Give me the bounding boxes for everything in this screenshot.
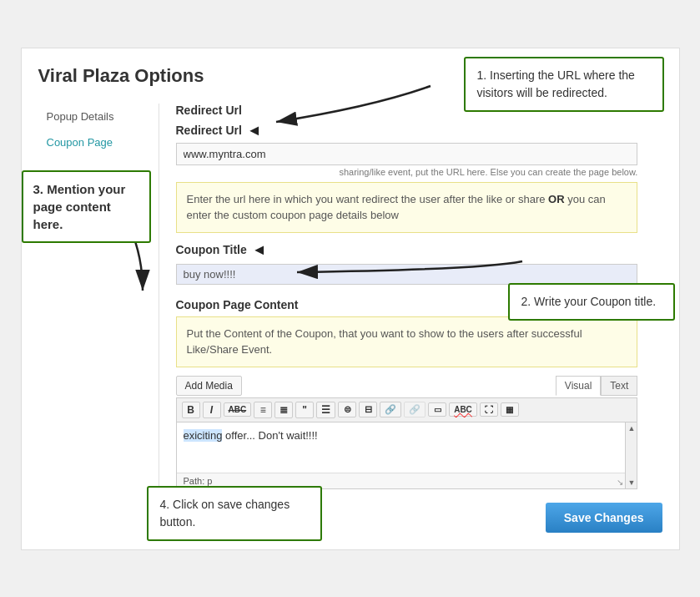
editor-rest-text: offer... Don't wait!!!! bbox=[222, 429, 317, 442]
arrow-icon-1: ◄ bbox=[247, 122, 262, 139]
toolbar-bold[interactable]: B bbox=[182, 402, 200, 418]
coupon-page-info-text: Put the Content of the Coupon, that you … bbox=[187, 327, 582, 357]
info-text-bold: OR bbox=[548, 193, 565, 205]
url-hint: sharing/like event, put the URL here. El… bbox=[176, 167, 638, 177]
sidebar-item-coupon-page[interactable]: Coupon Page bbox=[38, 129, 150, 155]
toolbar-link[interactable]: 🔗 bbox=[380, 402, 401, 417]
toolbar-align-center[interactable]: ⊜ bbox=[338, 402, 356, 417]
bottom-bar: 4. Click on save changes button. Save Ch… bbox=[38, 503, 662, 533]
coupon-title-row: Coupon Title ◄ bbox=[176, 241, 662, 259]
toolbar-unlink[interactable]: 🔗 bbox=[404, 402, 426, 417]
coupon-title-label: Coupon Title bbox=[176, 243, 247, 256]
redirect-info-box: Enter the url here in which you want red… bbox=[176, 182, 638, 233]
annotation-box-3: 3. Mention your page content here. bbox=[22, 170, 151, 243]
toolbar-unordered-list[interactable]: ≡ bbox=[254, 402, 272, 418]
editor-toolbar: B I ABC ≡ ≣ " ☰ ⊜ ⊟ 🔗 🔗 ▭ ABC ⛶ ▦ bbox=[177, 398, 637, 422]
sidebar-item-popup-details[interactable]: Popup Details bbox=[38, 104, 150, 129]
annotation-1-text: 1. Inserting the URL where the visitors … bbox=[477, 68, 635, 99]
editor-main: exiciting offer... Don't wait!!!! Path: … bbox=[177, 422, 626, 488]
toolbar-table[interactable]: ▦ bbox=[501, 402, 519, 417]
editor-scroll-area: exiciting offer... Don't wait!!!! Path: … bbox=[177, 422, 637, 488]
toolbar-align-right[interactable]: ⊟ bbox=[359, 402, 377, 417]
editor-wrapper: B I ABC ≡ ≣ " ☰ ⊜ ⊟ 🔗 🔗 ▭ ABC ⛶ ▦ bbox=[176, 397, 638, 489]
editor-top-row: Add Media Visual Text bbox=[176, 376, 638, 396]
tab-group: Visual Text bbox=[556, 376, 637, 396]
toolbar-italic[interactable]: I bbox=[203, 402, 221, 418]
content-area: Redirect Url Redirect Url ◄ sharing/like… bbox=[159, 104, 662, 489]
toolbar-strikethrough[interactable]: ABC bbox=[224, 402, 252, 417]
scroll-down-icon[interactable]: ▼ bbox=[627, 478, 635, 487]
resize-icon[interactable]: ↘ bbox=[617, 478, 623, 487]
highlight-text: exiciting bbox=[184, 429, 223, 442]
arrow-icon-2: ◄ bbox=[252, 241, 267, 259]
annotation-box-4: 4. Click on save changes button. bbox=[147, 486, 322, 541]
toolbar-spell[interactable]: ABC bbox=[449, 402, 477, 417]
redirect-url-label-text: Redirect Url bbox=[176, 124, 242, 137]
main-container: Viral Plaza Options 1. Inserting the URL… bbox=[21, 48, 680, 550]
toolbar-fullscreen[interactable]: ⛶ bbox=[480, 402, 498, 417]
tab-text-button[interactable]: Text bbox=[601, 376, 637, 396]
editor-content[interactable]: exiciting offer... Don't wait!!!! bbox=[177, 422, 626, 473]
redirect-url-input[interactable] bbox=[176, 143, 638, 165]
toolbar-ordered-list[interactable]: ≣ bbox=[274, 402, 293, 418]
save-changes-button[interactable]: Save Changes bbox=[546, 503, 662, 533]
coupon-page-info-box: Put the Content of the Coupon, that you … bbox=[176, 316, 638, 367]
editor-scrollbar[interactable]: ▲ ▼ bbox=[625, 422, 637, 488]
toolbar-align-left[interactable]: ☰ bbox=[316, 402, 335, 418]
annotation-2-text: 2. Write your Coupon title. bbox=[521, 295, 657, 308]
layout: Popup Details Coupon Page 3. Mention you… bbox=[38, 104, 662, 489]
annotation-3-text: 3. Mention your page content here. bbox=[33, 182, 126, 231]
info-text-part1: Enter the url here in which you want red… bbox=[187, 193, 549, 205]
annotation-4-text: 4. Click on save changes button. bbox=[160, 498, 290, 529]
sidebar: Popup Details Coupon Page 3. Mention you… bbox=[38, 104, 159, 489]
tab-visual-button[interactable]: Visual bbox=[556, 376, 601, 396]
annotation-box-1: 1. Inserting the URL where the visitors … bbox=[464, 57, 664, 112]
redirect-url-row: Redirect Url ◄ bbox=[176, 122, 662, 139]
toolbar-blockquote[interactable]: " bbox=[295, 402, 314, 418]
scroll-up-icon[interactable]: ▲ bbox=[627, 424, 635, 433]
add-media-button[interactable]: Add Media bbox=[176, 376, 242, 396]
annotation-box-2: 2. Write your Coupon title. bbox=[508, 283, 675, 321]
coupon-title-input[interactable] bbox=[176, 264, 638, 285]
toolbar-insert[interactable]: ▭ bbox=[428, 402, 446, 417]
